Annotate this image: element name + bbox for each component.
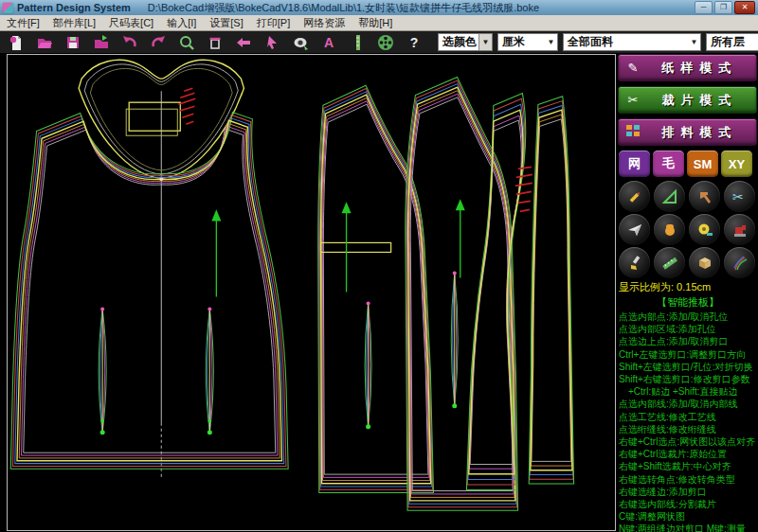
help-line: 点选绗缝线:修改绗缝线 <box>619 423 758 435</box>
menu-bar: 文件[F] 部件库[L] 尺码表[C] 输入[I] 设置[S] 打印[P] 网络… <box>0 15 758 31</box>
hand-icon[interactable] <box>654 214 685 245</box>
pattern-piece-back-a[interactable] <box>318 85 434 492</box>
help-line: 点选边上点:添加/取消剪口 <box>619 335 758 347</box>
redo-icon[interactable] <box>146 33 171 52</box>
help-icon[interactable]: ? <box>402 33 426 52</box>
scale-indicator: 显示比例为: 0.15cm <box>619 280 758 294</box>
help-line: Shift+右键选剪口:修改剪口参数 <box>619 373 758 385</box>
mode-pattern-button[interactable]: ✎ 纸样模式 <box>618 54 757 81</box>
sm-button[interactable]: SM <box>687 151 718 177</box>
close-button[interactable]: ✕ <box>734 1 755 14</box>
shortcut-help-list: 点选内部点:添加/取消孔位 点选内部区域:添加孔位 点选边上点:添加/取消剪口 … <box>619 310 758 532</box>
delete-trash-icon[interactable] <box>203 33 227 52</box>
title-bar[interactable]: Pattern Design System D:\BokeCad增强版\Boke… <box>0 0 758 15</box>
sewing-machine-icon[interactable] <box>724 214 755 245</box>
help-line: +Ctrl:贴边 +Shift:直接贴边 <box>619 385 758 398</box>
scissors-icon[interactable]: ✂ <box>724 181 755 212</box>
minimize-button[interactable]: ─ <box>695 1 713 14</box>
help-line: 点选工艺线:修改工艺线 <box>619 411 758 423</box>
text-tool-icon[interactable]: A <box>316 33 341 52</box>
tools-icon[interactable] <box>689 181 720 212</box>
chevron-down-icon: ▼ <box>545 35 557 49</box>
view-lens-icon[interactable] <box>288 33 313 52</box>
help-line: 右键选转角点:修改转角类型 <box>619 473 758 486</box>
xy-button[interactable]: XY <box>721 151 752 177</box>
film-reel-icon[interactable] <box>373 33 398 52</box>
undo-icon[interactable] <box>117 33 142 52</box>
fur-button[interactable]: 毛 <box>653 151 684 177</box>
dart-back-b[interactable] <box>451 271 458 408</box>
move-arrow-icon[interactable] <box>231 33 256 52</box>
menu-help[interactable]: 帮助[H] <box>352 16 399 30</box>
help-line: Shift+左键选剪口/孔位:对折切换 <box>619 361 758 373</box>
unit-dropdown[interactable]: 厘米▼ <box>497 33 558 51</box>
chevron-down-icon: ▼ <box>688 35 700 49</box>
help-line: C键:调整网状图 <box>619 510 758 523</box>
pattern-piece-front[interactable] <box>10 113 288 470</box>
ruler-slant-icon[interactable] <box>654 247 685 278</box>
help-line: 点选内部区域:添加孔位 <box>619 323 758 335</box>
menu-network-resources[interactable]: 网络资源 <box>297 16 352 30</box>
mode-piece-button[interactable]: ✂ 裁片模式 <box>618 86 757 114</box>
tool-sidebar: ✎ 纸样模式 ✂ 裁片模式 排料模式 网 毛 SM XY ✂ <box>618 54 758 532</box>
pattern-piece-side-panel[interactable] <box>466 93 532 489</box>
save-icon[interactable] <box>61 33 85 52</box>
cursor-arrow-icon[interactable] <box>260 33 284 52</box>
menu-parts-library[interactable]: 部件库[L] <box>46 16 102 30</box>
help-line: 右键选缝边:添加剪口 <box>619 486 758 498</box>
menu-file[interactable]: 文件[F] <box>0 16 46 30</box>
help-line: 右键+Shift选裁片:中心对齐 <box>619 460 758 472</box>
window-controls: ─ ❐ ✕ <box>695 1 758 14</box>
net-button[interactable]: 网 <box>619 151 650 177</box>
paper-plane-icon[interactable] <box>619 214 650 245</box>
pencil-icon[interactable] <box>619 181 650 212</box>
file-path: D:\BokeCad增强版\BokeCadV18.6\ModalLib\1.女时… <box>148 1 539 15</box>
tape-measure-icon[interactable] <box>689 214 720 245</box>
layer-dropdown[interactable]: 所有层▼ <box>706 33 758 51</box>
app-window: Pattern Design System D:\BokeCad增强版\Boke… <box>0 0 758 532</box>
menu-print[interactable]: 打印[P] <box>250 16 297 30</box>
help-line: Ctrl+左键选剪口:调整剪口方向 <box>619 348 758 361</box>
threads-icon[interactable] <box>724 247 755 278</box>
pattern-canvas[interactable] <box>7 54 616 531</box>
dart-front-left[interactable] <box>99 308 106 435</box>
open-folder-icon[interactable] <box>32 33 57 52</box>
main-area: ✎ 纸样模式 ✂ 裁片模式 排料模式 网 毛 SM XY ✂ <box>0 53 758 532</box>
maximize-button[interactable]: ❐ <box>714 1 732 14</box>
help-line: 右键+Ctrl选裁片:原始位置 <box>619 448 758 460</box>
help-line: 点选内部点:添加/取消孔位 <box>619 310 758 323</box>
quick-buttons: 网 毛 SM XY <box>619 151 756 177</box>
pattern-piece-strip[interactable] <box>529 97 573 484</box>
help-line: 右键选内部线:分割裁片 <box>619 498 758 510</box>
red-annotation-yoke <box>178 88 195 124</box>
mode-marker-button[interactable]: 排料模式 <box>618 118 757 146</box>
dart-back-a[interactable] <box>365 302 371 430</box>
menu-input[interactable]: 输入[I] <box>160 16 203 30</box>
new-document-icon[interactable] <box>4 33 28 52</box>
color-mode-dropdown[interactable]: 选颜色▼ <box>438 33 493 51</box>
smart-grading-label: 【智能推板】 <box>618 295 758 310</box>
tool-icon-grid: ✂ <box>619 181 756 278</box>
menu-size-table[interactable]: 尺码表[C] <box>102 16 160 30</box>
help-line: 点选内部线:添加/取消内部线 <box>619 398 758 410</box>
app-title: Pattern Design System <box>17 2 131 13</box>
import-folder-icon[interactable] <box>89 33 114 52</box>
dart-front-right[interactable] <box>206 308 213 435</box>
help-line: N键:两组缝边对剪口 M键:测量 <box>619 523 758 532</box>
brush-icon[interactable] <box>619 247 650 278</box>
menu-settings[interactable]: 设置[S] <box>203 16 249 30</box>
fabric-icon[interactable] <box>689 247 720 278</box>
toolbar: A ? 选颜色▼ 厘米▼ 全部面料▼ 所有层▼ <box>0 31 758 53</box>
help-line: 右键+Ctrl选点:网状图以该点对齐 <box>619 435 758 448</box>
zoom-search-icon[interactable] <box>174 33 199 52</box>
ruler-icon[interactable] <box>345 33 370 52</box>
app-icon <box>3 3 13 13</box>
chevron-down-icon: ▼ <box>478 34 492 50</box>
fabric-dropdown[interactable]: 全部面料▼ <box>563 33 701 51</box>
set-square-icon[interactable] <box>654 181 685 212</box>
svg-text:✂: ✂ <box>732 189 744 204</box>
